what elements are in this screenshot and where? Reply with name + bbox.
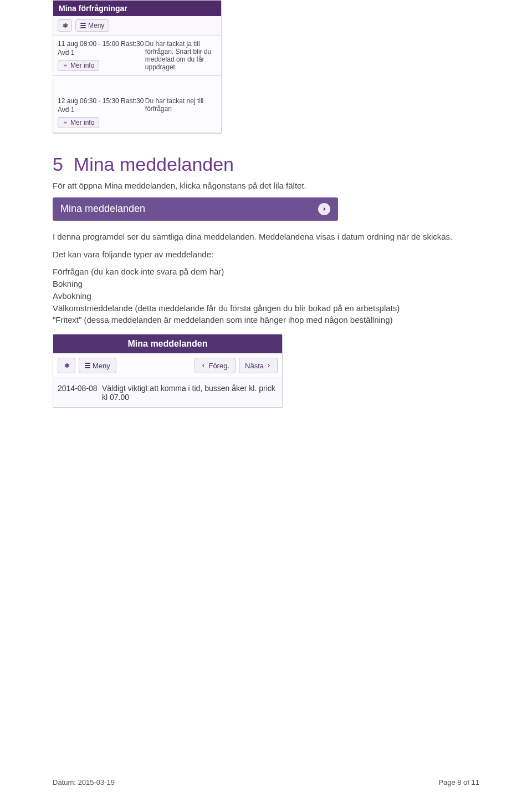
more-info-label: Mer info: [70, 62, 94, 69]
requests-toolbar: Meny: [53, 16, 221, 35]
chevron-right-icon: [266, 363, 272, 368]
messages-bar-label: Mina meddelanden: [60, 203, 145, 215]
list-item: Välkomstmeddelande (detta meddelande får…: [53, 302, 479, 314]
request-time: 12 aug 06:30 - 15:30 Rast:30: [58, 97, 145, 105]
message-text: Väldigt viktigt att komma i tid, bussen …: [102, 384, 278, 402]
more-info-button[interactable]: Mer info: [58, 117, 99, 128]
hamburger-icon: [80, 22, 86, 29]
chevron-down-icon: [63, 63, 68, 68]
list-item: "Fritext" (dessa meddelanden är meddelan…: [53, 314, 479, 326]
request-status: Du har tackat nej till förfrågan: [145, 97, 217, 128]
request-dept: Avd 1: [58, 106, 145, 114]
list-item: Avbokning: [53, 290, 479, 302]
menu-button-label: Meny: [88, 22, 104, 29]
chevron-left-icon: [201, 363, 206, 368]
menu-button[interactable]: Meny: [79, 358, 116, 373]
settings-button[interactable]: [58, 358, 75, 373]
hamburger-icon: [85, 362, 90, 369]
message-types-list: Förfrågan (du kan dock inte svara på dem…: [53, 266, 479, 326]
request-time: 11 aug 08:00 - 15:00 Rast:30: [58, 40, 145, 48]
messages-panel-title: Mina meddelanden: [53, 334, 282, 353]
section-p2: Det kan vara följande typer av meddeland…: [53, 248, 479, 261]
messages-bar[interactable]: Mina meddelanden: [53, 197, 338, 221]
menu-button-label: Meny: [93, 362, 110, 370]
request-item: 11 aug 08:00 - 15:00 Rast:30 Avd 1 Mer i…: [53, 35, 221, 76]
footer-date: Datum: 2015-03-19: [53, 778, 115, 786]
section-intro: För att öppna Mina meddelanden, klicka n…: [53, 180, 479, 192]
gear-icon: [63, 362, 70, 369]
more-info-button[interactable]: Mer info: [58, 60, 99, 71]
request-status: Du har tackat ja till förfrågan. Snart b…: [145, 40, 217, 71]
footer-page: Page 8 of 11: [438, 778, 479, 786]
message-date: 2014-08-08: [58, 384, 102, 402]
menu-button[interactable]: Meny: [75, 19, 109, 32]
messages-toolbar: Meny Föreg. Nästa: [53, 353, 282, 378]
chevron-down-icon: [63, 120, 68, 125]
list-item: Bokning: [53, 278, 479, 290]
message-row[interactable]: 2014-08-08 Väldigt viktigt att komma i t…: [53, 378, 282, 408]
list-item: Förfrågan (du kan dock inte svara på dem…: [53, 266, 479, 278]
request-dept: Avd 1: [58, 49, 145, 57]
requests-panel-title: Mina förfrågningar: [53, 1, 221, 16]
section-heading: 5 Mina meddelanden: [53, 154, 479, 175]
chevron-right-icon: [318, 203, 330, 215]
next-button[interactable]: Nästa: [239, 358, 278, 373]
messages-panel: Mina meddelanden Meny Föreg. Nästa: [53, 334, 283, 408]
requests-panel: Mina förfrågningar Meny 11 aug 08:00 - 1…: [53, 0, 222, 134]
prev-label: Föreg.: [208, 362, 229, 370]
request-item: 12 aug 06:30 - 15:30 Rast:30 Avd 1 Mer i…: [53, 93, 221, 133]
next-label: Nästa: [245, 362, 264, 370]
prev-button[interactable]: Föreg.: [195, 358, 236, 373]
gear-icon: [62, 22, 68, 29]
page-footer: Datum: 2015-03-19 Page 8 of 11: [53, 778, 479, 786]
more-info-label: Mer info: [70, 119, 94, 126]
section-p1: I denna programdel ser du samtliga dina …: [53, 231, 479, 243]
settings-button[interactable]: [58, 19, 72, 32]
